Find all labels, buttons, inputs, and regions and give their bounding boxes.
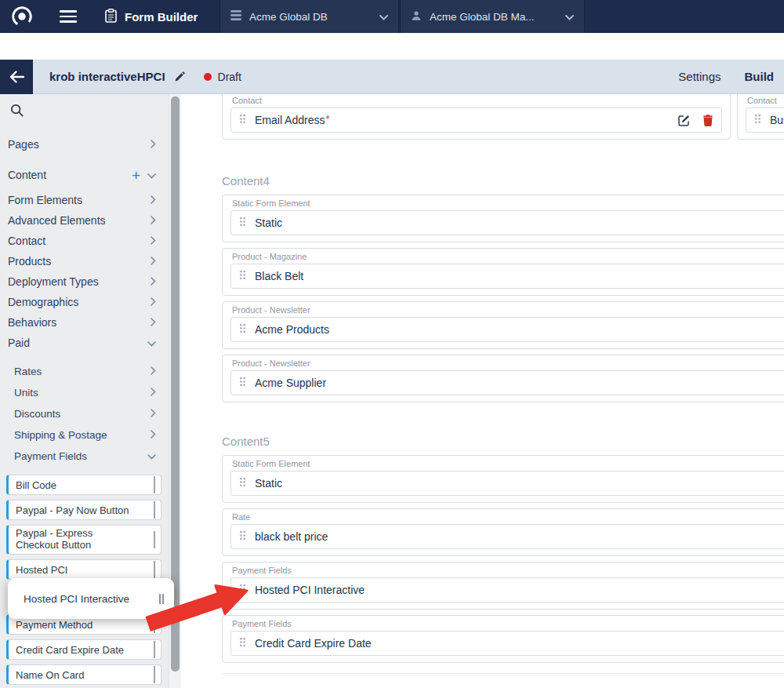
header-nav: Settings Build <box>678 70 784 83</box>
brand-logo-icon[interactable] <box>10 5 34 28</box>
field-row[interactable]: Bus <box>746 107 784 133</box>
database-selector-dropdown[interactable]: Acme Global DB <box>220 0 399 33</box>
form-element-card-black-belt-price[interactable]: Rate black belt price <box>222 508 784 556</box>
form-element-card-static[interactable]: Static Form Element Static <box>222 195 784 242</box>
drag-handle-icon[interactable] <box>154 561 155 578</box>
edit-field-icon[interactable] <box>677 114 691 127</box>
drag-dots-icon[interactable] <box>239 636 246 650</box>
drag-dots-icon[interactable] <box>239 583 246 597</box>
sidebar-item-behaviors[interactable]: Behaviors <box>0 312 169 333</box>
field-row[interactable]: black belt price <box>230 524 784 549</box>
drag-dots-icon[interactable] <box>239 216 246 230</box>
sidebar-item-content[interactable]: Content + <box>0 160 169 190</box>
sidebar-item-label: Discounts <box>14 408 60 420</box>
sidebar-item-products[interactable]: Products <box>0 251 169 271</box>
drag-handle-icon[interactable] <box>159 594 164 604</box>
sidebar-item-advanced-elements[interactable]: Advanced Elements <box>0 210 169 231</box>
profile-selector-dropdown[interactable]: Acme Global DB Ma... <box>400 0 585 33</box>
form-element-card-acme-products[interactable]: Product - Newsletter Acme Products <box>222 301 784 349</box>
chevron-right-icon <box>151 316 156 329</box>
sidebar-item-contact[interactable]: Contact <box>0 231 169 251</box>
dragged-pill-label: Hosted PCI Interactive <box>24 593 129 605</box>
chevron-right-icon <box>151 296 156 308</box>
field-row[interactable]: Static <box>230 210 784 235</box>
required-asterisk: * <box>325 113 329 125</box>
chevron-right-icon <box>151 429 156 441</box>
search-icon <box>10 104 24 120</box>
drag-handle-icon[interactable] <box>154 531 155 548</box>
field-name: black belt price <box>255 530 328 543</box>
sidebar-item-label: Pages <box>8 138 39 151</box>
field-row[interactable]: Credit Card Expire Date <box>230 631 784 656</box>
build-link[interactable]: Build <box>745 70 775 83</box>
chevron-down-icon <box>147 337 156 349</box>
form-canvas: Contact Email Address* Contact Bus <box>181 94 784 688</box>
drag-handle-icon[interactable] <box>154 641 155 658</box>
sidebar-item-discounts[interactable]: Discounts <box>0 403 169 424</box>
form-title: krob interactiveHPCI <box>49 70 165 83</box>
sidebar-item-paid[interactable]: Paid <box>0 333 169 353</box>
hamburger-menu-icon[interactable] <box>60 10 77 23</box>
drag-dots-icon[interactable] <box>239 376 246 390</box>
chevron-down-icon <box>147 169 156 181</box>
sidebar-item-demographics[interactable]: Demographics <box>0 292 169 312</box>
drag-handle-icon[interactable] <box>154 501 155 519</box>
drag-handle-icon[interactable] <box>154 666 155 683</box>
sidebar-item-pages[interactable]: Pages <box>0 129 169 160</box>
drag-dots-icon[interactable] <box>239 530 246 544</box>
chevron-right-icon <box>151 387 156 399</box>
field-row[interactable]: Hosted PCI Interactive <box>230 577 784 602</box>
sidebar-item-form-elements[interactable]: Form Elements <box>0 190 169 210</box>
form-element-card-black-belt[interactable]: Product - Magazine Black Belt <box>222 248 784 296</box>
pill-name-on-card[interactable]: Name On Card <box>6 664 162 685</box>
drag-handle-icon[interactable] <box>154 476 155 493</box>
pill-hosted-pci[interactable]: Hosted PCI <box>6 559 162 580</box>
form-element-card-static[interactable]: Static Form Element Static <box>222 455 784 503</box>
sidebar-item-payment-fields[interactable]: Payment Fields <box>0 446 169 467</box>
status-dot-icon <box>204 73 212 81</box>
pill-label: Paypal - Express Checkout Button <box>16 528 133 551</box>
sidebar-item-shipping-postage[interactable]: Shipping & Postage <box>0 424 169 446</box>
drag-dots-icon[interactable] <box>754 113 761 127</box>
field-name: Black Belt <box>255 270 303 282</box>
pill-label: Bill Code <box>16 480 56 492</box>
field-row[interactable]: Static <box>230 471 784 496</box>
drag-dots-icon[interactable] <box>239 476 246 490</box>
form-element-card-partial[interactable]: Contact Bus <box>737 94 784 140</box>
sidebar-item-units[interactable]: Units <box>0 382 169 403</box>
field-actions <box>677 114 713 127</box>
delete-field-trash-icon[interactable] <box>702 114 713 126</box>
form-element-card-email-address[interactable]: Contact Email Address* <box>222 94 731 140</box>
back-button[interactable] <box>0 60 33 94</box>
drag-dots-icon[interactable] <box>239 322 246 337</box>
field-row[interactable]: Email Address* <box>230 107 722 133</box>
field-name: Acme Products <box>255 323 329 336</box>
edit-title-pencil-icon[interactable] <box>174 71 185 82</box>
dragged-pill-hosted-pci-interactive[interactable]: Hosted PCI Interactive <box>8 578 174 619</box>
form-element-card-hosted-pci-interactive[interactable]: Payment Fields Hosted PCI Interactive <box>222 562 784 610</box>
drag-dots-icon[interactable] <box>239 113 246 127</box>
pill-bill-code[interactable]: Bill Code <box>6 475 162 495</box>
settings-link[interactable]: Settings <box>678 70 720 83</box>
sidebar-item-deployment-types[interactable]: Deployment Types <box>0 271 169 292</box>
drag-dots-icon[interactable] <box>239 269 246 283</box>
add-content-plus-icon[interactable]: + <box>132 168 140 183</box>
field-row[interactable]: Black Belt <box>230 264 784 289</box>
section-content5: Content5 Static Form Element Static Rate… <box>222 435 784 668</box>
section-title: Content4 <box>222 174 784 188</box>
field-type-label: Static Form Element <box>232 198 784 208</box>
pill-paypal-pay-now-button[interactable]: Paypal - Pay Now Button <box>6 500 162 520</box>
pill-label: Name On Card <box>16 670 84 682</box>
app-title: Form Builder <box>125 10 198 24</box>
form-element-card-credit-card-expire-date[interactable]: Payment Fields Credit Card Expire Date <box>222 615 784 663</box>
field-row[interactable]: Acme Products <box>230 317 784 342</box>
form-element-card-acme-supplier[interactable]: Product - Newsletter Acme Supplier <box>222 355 784 402</box>
pill-credit-card-expire-date[interactable]: Credit Card Expire Date <box>6 639 162 660</box>
pill-paypal-express-checkout-button[interactable]: Paypal - Express Checkout Button <box>6 525 162 555</box>
field-row[interactable]: Acme Supplier <box>230 370 784 395</box>
sidebar-item-label: Products <box>8 255 51 268</box>
sidebar-item-label: Demographics <box>8 296 78 308</box>
field-name: Static <box>255 477 282 490</box>
search-row[interactable] <box>0 94 169 129</box>
sidebar-item-rates[interactable]: Rates <box>0 361 169 382</box>
